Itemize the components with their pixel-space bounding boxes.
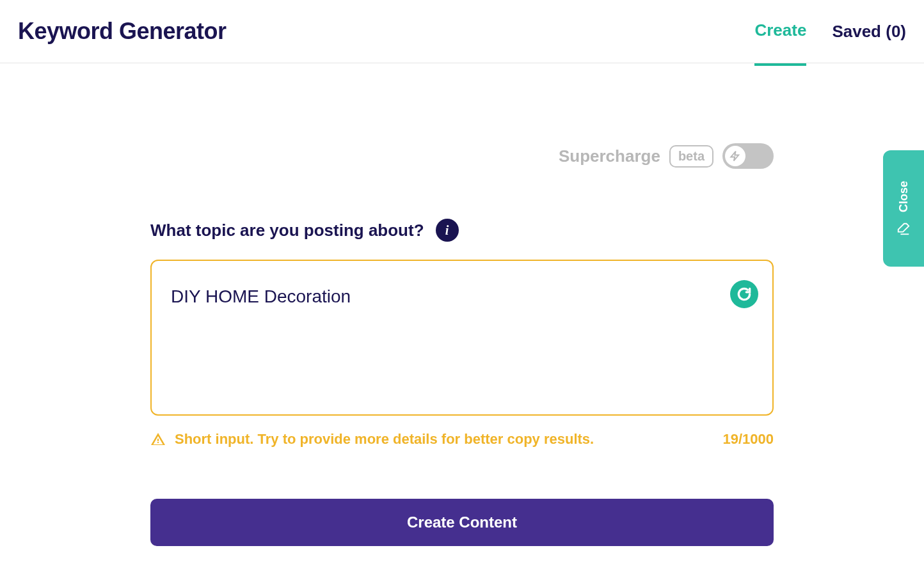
supercharge-toggle[interactable]: [722, 143, 774, 169]
content: Supercharge beta What topic are you post…: [150, 63, 774, 546]
close-label: Close: [897, 181, 911, 212]
char-count: 19/1000: [722, 431, 774, 448]
lightning-icon: [729, 150, 741, 162]
prompt-row: What topic are you posting about? i: [150, 219, 774, 242]
supercharge-row: Supercharge beta: [150, 143, 774, 169]
tab-saved[interactable]: Saved (0): [832, 22, 906, 65]
tab-create[interactable]: Create: [754, 20, 806, 66]
warning-icon: [150, 432, 166, 447]
grammarly-icon[interactable]: [730, 280, 758, 308]
supercharge-label: Supercharge: [559, 146, 660, 166]
textarea-wrapper: [150, 260, 774, 418]
header: Keyword Generator Create Saved (0): [0, 0, 924, 63]
page-title: Keyword Generator: [18, 18, 227, 45]
info-icon[interactable]: i: [436, 219, 459, 242]
warning-message: Short input. Try to provide more details…: [175, 431, 594, 448]
toggle-knob: [725, 146, 745, 166]
eraser-icon: [896, 222, 911, 236]
beta-badge: beta: [669, 145, 713, 168]
topic-input[interactable]: [150, 260, 774, 416]
prompt-question: What topic are you posting about?: [150, 221, 424, 240]
create-content-button[interactable]: Create Content: [150, 499, 774, 546]
warning-row: Short input. Try to provide more details…: [150, 431, 774, 448]
header-tabs: Create Saved (0): [754, 20, 906, 43]
warning-left: Short input. Try to provide more details…: [150, 431, 594, 448]
close-panel-tab[interactable]: Close: [883, 150, 924, 267]
